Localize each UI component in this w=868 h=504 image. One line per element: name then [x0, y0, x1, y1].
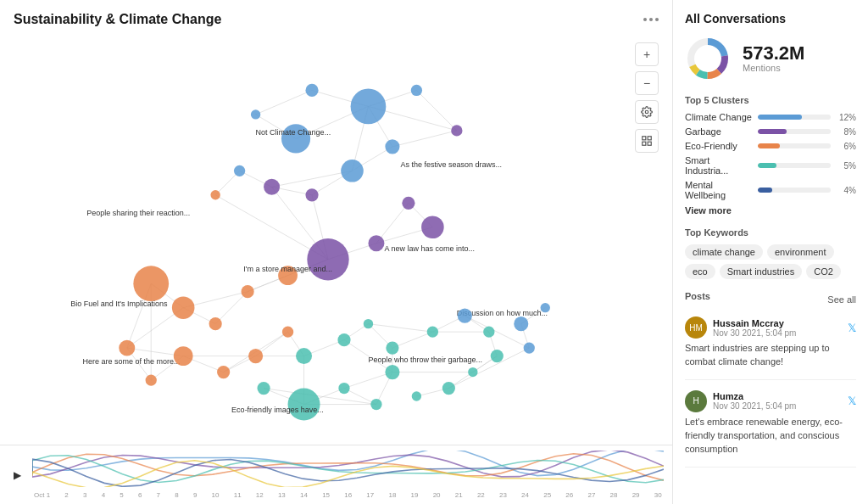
svg-point-116 — [338, 383, 349, 394]
svg-line-26 — [215, 292, 248, 324]
keyword-tag[interactable]: eco — [685, 264, 715, 279]
svg-point-89 — [307, 238, 348, 280]
timeline-label: 11 — [234, 491, 242, 499]
keywords-wrap: climate changeenvironmentecoSmart indust… — [685, 244, 856, 279]
graph-svg: Not Climate Change...As the festive seas… — [0, 34, 672, 445]
svg-point-118 — [288, 389, 320, 421]
keyword-tag[interactable]: environment — [767, 244, 834, 260]
sidebar-title: All Conversations — [685, 12, 856, 25]
post-meta: Humza Nov 30 2021, 5:04 pm — [713, 391, 842, 411]
svg-line-8 — [416, 90, 456, 130]
posts-header: Posts See all — [685, 291, 856, 308]
svg-point-101 — [217, 366, 230, 378]
cluster-bar — [758, 143, 780, 148]
cluster-row: Mental Wellbeing 4% — [685, 180, 856, 200]
post-header: HM Hussain Mccray Nov 30 2021, 5:04 pm 𝕏 — [685, 316, 856, 339]
svg-line-64 — [264, 389, 376, 405]
settings-button[interactable] — [635, 100, 659, 124]
svg-point-83 — [210, 190, 220, 199]
svg-point-107 — [386, 342, 398, 355]
svg-line-0 — [256, 90, 312, 114]
timeline-label: 17 — [366, 491, 374, 499]
svg-point-86 — [421, 216, 444, 238]
menu-button[interactable] — [643, 18, 659, 21]
cluster-bar — [758, 129, 787, 134]
posts-list: HM Hussain Mccray Nov 30 2021, 5:04 pm 𝕏… — [685, 316, 856, 468]
cluster-bar-wrap — [758, 188, 831, 193]
timeline-label: 5 — [120, 491, 123, 499]
svg-point-113 — [468, 367, 477, 377]
twitter-icon: 𝕏 — [848, 395, 856, 407]
keywords-section: Top Keywords climate changeenvironmentec… — [685, 227, 856, 279]
view-more-button[interactable]: View more — [685, 205, 856, 216]
zoom-in-button[interactable]: + — [635, 42, 659, 66]
timeline-label: 4 — [102, 491, 105, 499]
timeline-label: 16 — [344, 491, 352, 499]
post-author: Humza — [713, 391, 842, 401]
timeline-area: ▶ Oct 1234567891011121314151617181920212… — [0, 445, 672, 504]
timeline-label: 10 — [212, 491, 220, 499]
svg-point-93 — [209, 317, 222, 330]
zoom-out-button[interactable]: − — [635, 71, 659, 95]
svg-line-49 — [392, 332, 432, 348]
graph-area[interactable]: Not Climate Change...As the festive seas… — [0, 34, 672, 445]
svg-point-85 — [402, 197, 415, 210]
svg-point-112 — [491, 350, 504, 362]
svg-point-74 — [351, 89, 387, 125]
cluster-name: Eco-Friendly — [685, 141, 753, 151]
timeline-label: 13 — [278, 491, 286, 499]
page-title: Sustainability & Climate Change — [14, 12, 221, 27]
post-header: H Humza Nov 30 2021, 5:04 pm 𝕏 — [685, 390, 856, 412]
svg-text:People who throw their garbage: People who throw their garbage... — [368, 356, 482, 364]
keyword-tag[interactable]: climate change — [685, 244, 763, 260]
svg-line-67 — [448, 348, 529, 388]
svg-text:People sharing their reaction.: People sharing their reaction... — [86, 209, 190, 217]
timeline-label: Oct 1 — [34, 491, 50, 499]
cluster-row: Climate Change 12% — [685, 112, 856, 122]
twitter-icon: 𝕏 — [848, 322, 856, 334]
timeline-label: 8 — [175, 491, 178, 499]
svg-text:Bio Fuel and It's Implications: Bio Fuel and It's Implications — [70, 300, 168, 308]
svg-point-110 — [458, 309, 472, 323]
svg-point-108 — [427, 326, 438, 337]
timeline-label: 30 — [654, 491, 662, 499]
keyword-tag[interactable]: CO2 — [806, 264, 841, 279]
post-date: Nov 30 2021, 5:04 pm — [713, 401, 842, 411]
svg-point-95 — [133, 266, 169, 301]
svg-text:I'm a store manager and...: I'm a store manager and... — [243, 265, 332, 273]
cluster-row: Smart Industria... 5% — [685, 155, 856, 176]
donut-chart — [685, 36, 731, 81]
layout-button[interactable] — [635, 129, 659, 153]
mentions-row: 573.2M Mentions — [685, 36, 856, 81]
svg-text:Here are some of the more...: Here are some of the more... — [83, 357, 181, 366]
timeline-label: 25 — [543, 491, 551, 499]
svg-line-59 — [344, 372, 392, 389]
svg-point-71 — [251, 109, 260, 119]
cluster-name: Garbage — [685, 126, 753, 137]
svg-point-79 — [341, 160, 364, 182]
svg-point-78 — [385, 139, 399, 154]
play-button[interactable]: ▶ — [8, 467, 25, 484]
svg-point-102 — [248, 349, 263, 363]
svg-point-125 — [541, 303, 550, 312]
cluster-pct: 4% — [836, 186, 856, 195]
main-header: Sustainability & Climate Change — [0, 0, 672, 34]
svg-point-105 — [337, 333, 350, 346]
timeline-label: 15 — [322, 491, 330, 499]
svg-text:A new law has come into...: A new law has come into... — [384, 244, 475, 253]
timeline-label: 23 — [499, 491, 507, 499]
timeline-label: 19 — [411, 491, 419, 499]
mentions-label: Mentions — [743, 63, 804, 73]
cluster-bar-wrap — [758, 163, 831, 168]
svg-line-9 — [392, 131, 457, 147]
mentions-info: 573.2M Mentions — [743, 44, 804, 73]
keyword-tag[interactable]: Smart industries — [720, 264, 802, 279]
cluster-bar-wrap — [758, 143, 831, 148]
timeline-chart[interactable] — [32, 451, 664, 490]
timeline-label: 2 — [64, 491, 68, 499]
cluster-bar — [758, 163, 776, 168]
see-all-button[interactable]: See all — [827, 294, 856, 305]
svg-rect-130 — [648, 142, 651, 145]
avatar: HM — [685, 316, 707, 339]
svg-point-94 — [172, 296, 195, 319]
